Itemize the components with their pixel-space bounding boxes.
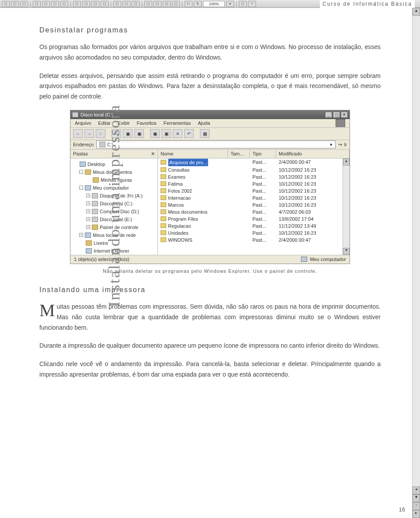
chevron-down-icon[interactable]: ▾ — [330, 142, 332, 148]
scroll-up-icon[interactable]: ▲ — [413, 8, 420, 16]
page-scrollbar[interactable]: ▲ ◂ ▼ ◦ ▸ — [412, 8, 420, 518]
toolbar-btn[interactable]: ▢ — [132, 1, 140, 7]
toolbar-btn[interactable]: ▢ — [20, 1, 28, 7]
menu-ferramentas[interactable]: Ferramentas — [164, 120, 191, 126]
back-button[interactable]: ← — [73, 129, 83, 138]
toolbar-btn[interactable]: ▢ — [42, 1, 50, 7]
up-button[interactable]: ↑ — [96, 129, 105, 138]
toolbar-btn[interactable]: ▢ — [33, 1, 41, 7]
toolbar-btn[interactable]: T↓ — [185, 1, 192, 7]
cell-size — [228, 201, 250, 208]
cell-date: 4/7/2002 06:03 — [276, 208, 350, 215]
expand-box-icon[interactable]: + — [86, 209, 90, 213]
address-label: Endereço — [73, 142, 94, 147]
go-button[interactable]: ↪ Ir — [338, 142, 347, 148]
col-type-header[interactable]: Tipo — [250, 150, 276, 158]
menu-ajuda[interactable]: Ajuda — [198, 120, 210, 126]
menu-arquivo[interactable]: Arquivo — [75, 120, 91, 126]
expand-box-icon[interactable]: - — [79, 170, 83, 174]
table-row[interactable]: WINDOWSPast...2/4/2000 00:47 — [158, 236, 350, 243]
drive-icon — [92, 193, 98, 198]
zoom-dropdown-icon[interactable]: ▾ — [226, 1, 234, 7]
toolbar-btn[interactable]: ▢ — [163, 1, 171, 7]
col-date-header[interactable]: Modificado — [276, 150, 350, 158]
expand-box-icon[interactable]: + — [86, 194, 90, 197]
toolbar-btn[interactable]: ▢ — [82, 1, 90, 7]
toolbar-btn[interactable]: ▢ — [172, 1, 180, 7]
toolbar-btn[interactable]: ▢ — [144, 1, 152, 7]
prev-page-icon[interactable]: ◂ — [413, 486, 420, 494]
expand-box-icon[interactable]: + — [86, 201, 90, 205]
expand-box-icon[interactable]: - — [79, 186, 83, 190]
close-button[interactable]: ✕ — [341, 112, 348, 118]
folder-icon — [161, 174, 166, 179]
cell-name: Regulacao — [168, 222, 191, 229]
table-row[interactable]: Meus documentosPast...4/7/2002 06:03 — [158, 208, 350, 215]
close-icon[interactable]: ✕ — [151, 151, 155, 157]
toolbar-btn[interactable]: ? — [248, 1, 256, 7]
toolbar-btn[interactable]: ▢ — [2, 1, 10, 7]
copy-icon[interactable]: ▣ — [161, 129, 171, 138]
folder-icon — [161, 167, 166, 172]
toolbar-btn[interactable]: ▢ — [101, 1, 108, 7]
table-row[interactable]: UnidadesPast...10/12/2002 16:23 — [158, 229, 350, 236]
history-icon[interactable]: ▣ — [134, 129, 144, 138]
toolbar-btn[interactable]: ▢ — [122, 1, 130, 7]
table-row[interactable]: Fotos 2002Past...10/12/2002 16:23 — [158, 187, 350, 194]
drive-icon — [99, 142, 105, 147]
toolbar-btn[interactable]: ▢ — [11, 1, 19, 7]
toolbar-btn[interactable]: ¶ — [194, 1, 202, 7]
drive-icon — [72, 112, 78, 117]
table-row[interactable]: InternacaoPast...10/12/2002 16:23 — [158, 194, 350, 201]
toolbar-btn[interactable]: ▢ — [154, 1, 161, 7]
undo-icon[interactable]: ↶ — [184, 129, 194, 138]
table-row[interactable]: FatimaPast...10/12/2002 16:23 — [158, 180, 350, 187]
scroll-down-icon[interactable]: ▼ — [413, 494, 420, 502]
delete-icon[interactable]: ✕ — [173, 129, 182, 138]
scroll-down-icon[interactable]: ▼ — [343, 248, 350, 255]
menu-favoritos[interactable]: Favoritos — [137, 120, 157, 126]
folder-icon — [161, 230, 166, 235]
expand-box-icon[interactable]: + — [79, 233, 83, 237]
table-row[interactable]: MarcosPast...10/12/2002 16:23 — [158, 201, 350, 208]
cell-size — [228, 208, 250, 215]
next-page-icon[interactable]: ▸ — [413, 510, 420, 518]
table-row[interactable]: Arquivos de pro...Past...2/4/2000 00:47 — [158, 159, 350, 166]
paragraph-dropcap: Muitas pessoas têm problemas com impress… — [39, 302, 381, 333]
course-title: Curso de Informática Básica — [320, 0, 415, 8]
views-icon[interactable]: ▦ — [200, 129, 210, 138]
figure-caption: Não adianta deletar os programas pelo Wi… — [39, 268, 381, 274]
col-name-header[interactable]: Nome — [158, 150, 228, 158]
list-scrollbar[interactable]: ▲ ▼ — [343, 159, 350, 255]
table-row[interactable]: ConsultasPast...10/12/2002 16:23 — [158, 166, 350, 173]
table-row[interactable]: Program FilesPast...13/8/2002 17:04 — [158, 215, 350, 222]
nav-icon[interactable]: ◦ — [413, 502, 420, 510]
scroll-up-icon[interactable]: ▲ — [343, 159, 350, 166]
folders-icon[interactable]: ▣ — [123, 129, 133, 138]
minimize-button[interactable]: _ — [325, 112, 332, 118]
cell-date: 10/12/2002 16:23 — [276, 166, 350, 173]
maximize-button[interactable]: ◻ — [333, 112, 340, 118]
move-icon[interactable]: ▣ — [150, 129, 160, 138]
toolbar-btn[interactable]: ▢ — [113, 1, 121, 7]
col-size-header[interactable]: Tam... — [228, 150, 250, 158]
file-rows: Arquivos de pro...Past...2/4/2000 00:47C… — [158, 159, 350, 255]
zoom-field[interactable]: 100% — [203, 1, 225, 7]
computer-icon — [86, 248, 92, 254]
toolbar-btn[interactable]: ▢ — [51, 1, 59, 7]
address-field[interactable]: C:\ ▾ — [96, 141, 336, 148]
forward-button[interactable]: → — [84, 129, 94, 138]
cell-date: 13/8/2002 17:04 — [276, 215, 350, 222]
expand-box-icon[interactable]: + — [86, 217, 90, 221]
expand-box-icon[interactable]: + — [86, 225, 90, 229]
toolbar-btn[interactable]: ▢ — [73, 1, 81, 7]
cell-date: 2/4/2000 00:47 — [276, 159, 350, 166]
page-content: Instalando uma impressora Desinstalar pr… — [0, 8, 420, 405]
toolbar-btn[interactable]: ▢ — [239, 1, 247, 7]
cell-size — [228, 236, 250, 243]
toolbar-btn[interactable]: ▢ — [91, 1, 99, 7]
table-row[interactable]: ExamesPast...10/12/2002 16:23 — [158, 173, 350, 180]
table-row[interactable]: RegulacaoPast...11/12/2002 13:49 — [158, 222, 350, 229]
cell-type: Past... — [250, 222, 276, 229]
toolbar-btn[interactable]: ▢ — [60, 1, 68, 7]
